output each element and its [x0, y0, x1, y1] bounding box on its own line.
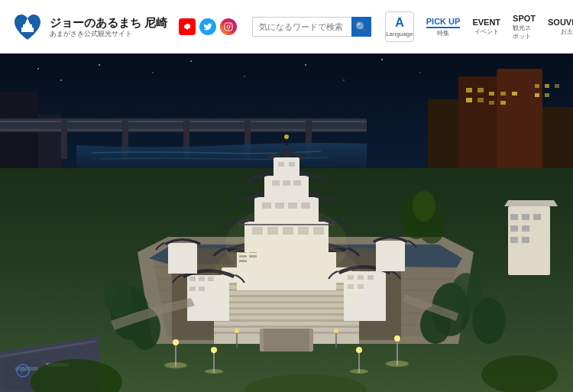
svg-point-144: [235, 329, 239, 333]
svg-point-124: [105, 279, 132, 317]
svg-rect-46: [61, 121, 67, 159]
svg-point-116: [205, 369, 223, 374]
svg-rect-24: [500, 101, 506, 105]
svg-rect-87: [264, 176, 309, 199]
svg-point-150: [37, 68, 39, 70]
nav-item-event[interactable]: EVENT イベント: [466, 15, 507, 39]
svg-rect-21: [500, 92, 506, 96]
svg-point-149: [413, 191, 435, 222]
header: ジョーのあるまち 尼崎 あまがさき公式観光サイト 🔍 A Language PI…: [0, 0, 573, 53]
svg-point-152: [99, 64, 100, 66]
svg-point-113: [164, 362, 187, 368]
svg-rect-108: [376, 241, 405, 271]
social-icons-area: [179, 18, 237, 35]
nav-item-spot[interactable]: SPOT 観光スポット: [507, 11, 542, 44]
svg-point-122: [386, 361, 409, 367]
nav-event-en: EVENT: [472, 18, 500, 27]
svg-rect-136: [510, 237, 518, 243]
svg-rect-25: [535, 84, 539, 88]
search-area: 🔍: [252, 17, 371, 37]
svg-rect-93: [289, 162, 295, 167]
svg-rect-137: [522, 237, 529, 243]
svg-point-151: [60, 79, 62, 81]
language-label: Language: [386, 31, 413, 37]
svg-rect-90: [293, 180, 301, 186]
svg-rect-104: [367, 275, 374, 280]
svg-point-119: [350, 369, 368, 374]
svg-rect-134: [510, 225, 518, 232]
svg-rect-16: [466, 88, 472, 92]
svg-rect-132: [522, 214, 529, 220]
svg-rect-133: [533, 214, 541, 220]
nav-pickup-jp: 特集: [437, 29, 449, 37]
svg-rect-131: [510, 214, 518, 220]
language-icon-text: A: [395, 16, 404, 30]
instagram-icon[interactable]: [220, 18, 237, 35]
svg-point-8: [227, 25, 230, 28]
nav-item-souvenir[interactable]: SOUVENIR お土産: [542, 15, 573, 39]
svg-point-146: [334, 329, 338, 333]
svg-rect-19: [478, 98, 484, 102]
twitter-icon[interactable]: [199, 18, 216, 35]
svg-rect-92: [278, 162, 284, 167]
logo-sub-text: あまがさき公式観光サイト: [50, 30, 167, 38]
svg-rect-135: [522, 225, 529, 232]
svg-rect-91: [274, 157, 299, 177]
svg-point-157: [343, 79, 345, 81]
nav-spot-en: SPOT: [513, 14, 536, 23]
svg-point-161: [225, 206, 348, 283]
svg-text:P: P: [21, 367, 26, 375]
main-nav: PICK UP 特集 EVENT イベント SPOT 観光スポット SOUVEN…: [420, 11, 573, 44]
logo-area: ジョーのあるまち 尼崎 あまがさき公式観光サイト: [11, 11, 167, 43]
svg-rect-83: [262, 202, 271, 209]
svg-rect-2: [21, 28, 24, 32]
svg-rect-7: [225, 23, 232, 31]
svg-rect-22: [512, 92, 517, 96]
svg-point-129: [472, 298, 506, 344]
svg-point-158: [381, 59, 383, 60]
nav-souvenir-en: SOUVENIR: [548, 18, 573, 27]
svg-rect-4: [26, 21, 29, 24]
search-button[interactable]: 🔍: [351, 17, 371, 37]
svg-point-159: [419, 72, 421, 73]
svg-point-155: [244, 76, 245, 77]
svg-rect-20: [489, 92, 494, 96]
svg-point-94: [284, 134, 289, 139]
svg-rect-26: [545, 84, 549, 88]
svg-point-112: [173, 339, 179, 345]
svg-point-118: [356, 347, 362, 353]
svg-point-153: [152, 72, 154, 73]
svg-rect-23: [489, 101, 494, 105]
nav-souvenir-jp: お土産: [561, 28, 573, 36]
svg-rect-88: [272, 180, 280, 186]
svg-rect-3: [31, 28, 34, 32]
svg-point-115: [211, 347, 217, 353]
svg-rect-96: [189, 277, 196, 281]
hero-section: P: [0, 53, 573, 392]
svg-point-154: [190, 60, 192, 62]
hero-image: P: [0, 53, 573, 392]
search-input[interactable]: [252, 17, 351, 37]
svg-point-9: [230, 24, 231, 25]
nav-item-pickup[interactable]: PICK UP 特集: [420, 14, 467, 40]
language-button[interactable]: A Language: [385, 11, 414, 42]
youtube-icon[interactable]: [179, 18, 196, 35]
svg-rect-18: [466, 98, 472, 102]
svg-rect-27: [555, 84, 559, 88]
svg-rect-29: [545, 93, 549, 97]
logo-main-text: ジョーのあるまち 尼崎: [50, 16, 167, 30]
svg-rect-107: [168, 243, 197, 274]
logo-text: ジョーのあるまち 尼崎 あまがさき公式観光サイト: [50, 16, 167, 38]
svg-point-156: [305, 64, 306, 66]
svg-point-121: [394, 335, 400, 342]
svg-rect-110: [264, 329, 309, 352]
svg-rect-100: [199, 287, 205, 291]
svg-rect-89: [283, 180, 290, 186]
nav-pickup-en: PICK UP: [426, 17, 461, 28]
svg-rect-99: [189, 287, 196, 291]
svg-rect-28: [535, 93, 539, 97]
svg-rect-17: [478, 88, 484, 92]
nav-spot-jp: 観光スポット: [513, 24, 536, 40]
site-logo-icon: [11, 11, 44, 43]
svg-point-163: [481, 355, 558, 392]
